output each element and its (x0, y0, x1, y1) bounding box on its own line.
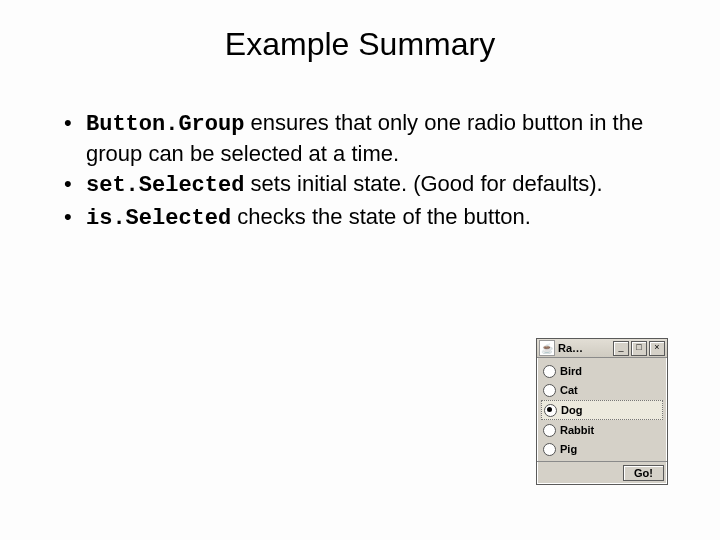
maximize-button[interactable]: □ (631, 341, 647, 356)
close-button[interactable]: × (649, 341, 665, 356)
radio-option-rabbit[interactable]: Rabbit (541, 421, 663, 439)
go-button[interactable]: Go! (623, 465, 664, 481)
radio-icon (543, 443, 556, 456)
java-window: ☕ Ra… _ □ × Bird Cat Dog Rabbit Pig Go! (536, 338, 668, 485)
radio-group: Bird Cat Dog Rabbit Pig (537, 358, 667, 461)
radio-option-cat[interactable]: Cat (541, 381, 663, 399)
slide-title: Example Summary (0, 0, 720, 63)
radio-option-bird[interactable]: Bird (541, 362, 663, 380)
bullet-item: is.Selected checks the state of the butt… (60, 203, 660, 234)
radio-label: Bird (560, 365, 582, 377)
code-term: set.Selected (86, 173, 244, 198)
code-term: Button.Group (86, 112, 244, 137)
radio-option-pig[interactable]: Pig (541, 440, 663, 458)
radio-icon (543, 384, 556, 397)
radio-icon (543, 424, 556, 437)
radio-label: Pig (560, 443, 577, 455)
button-bar: Go! (537, 461, 667, 484)
code-term: is.Selected (86, 206, 231, 231)
window-title: Ra… (558, 342, 611, 354)
titlebar: ☕ Ra… _ □ × (537, 339, 667, 358)
bullet-list: Button.Group ensures that only one radio… (60, 109, 660, 233)
minimize-button[interactable]: _ (613, 341, 629, 356)
java-icon: ☕ (539, 340, 555, 356)
radio-option-dog[interactable]: Dog (541, 400, 663, 420)
bullet-text: sets initial state. (Good for defaults). (244, 171, 602, 196)
bullet-item: set.Selected sets initial state. (Good f… (60, 170, 660, 201)
radio-icon (543, 365, 556, 378)
bullet-item: Button.Group ensures that only one radio… (60, 109, 660, 168)
radio-label: Rabbit (560, 424, 594, 436)
radio-label: Cat (560, 384, 578, 396)
radio-label: Dog (561, 404, 582, 416)
radio-icon (544, 404, 557, 417)
bullet-text: checks the state of the button. (231, 204, 531, 229)
